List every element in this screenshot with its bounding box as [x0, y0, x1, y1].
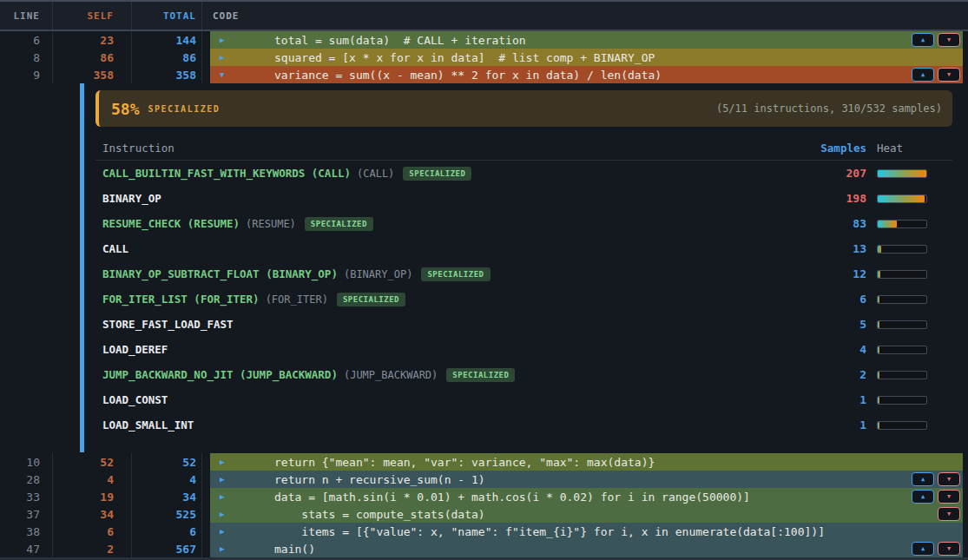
- expand-arrow-icon[interactable]: ▶: [220, 488, 224, 505]
- instruction-name-cell: BINARY_OP_SUBTRACT_FLOAT (BINARY_OP) (BI…: [95, 267, 771, 281]
- expanded-line-detail-section: 58% SPECIALIZED (5/11 instructions, 310/…: [0, 83, 968, 453]
- line-number: 37: [0, 505, 53, 523]
- jump-to-prev-button[interactable]: ▲: [912, 68, 934, 82]
- self-sample-count: 34: [53, 505, 132, 523]
- heat-bar-track: [877, 320, 927, 329]
- column-header-code: CODE: [202, 2, 968, 30]
- total-sample-count: 567: [132, 540, 202, 557]
- samples-column-header: Samples: [771, 142, 866, 155]
- code-heat-cell[interactable]: ▼ variance = sum((x - mean) ** 2 for x i…: [210, 66, 963, 83]
- expand-arrow-icon[interactable]: ▶: [220, 453, 224, 471]
- instruction-sample-count: 207: [771, 167, 866, 180]
- jump-to-next-button[interactable]: ▼: [938, 68, 960, 82]
- jump-to-next-button[interactable]: ▼: [938, 472, 960, 486]
- instruction-sample-count: 4: [771, 343, 866, 356]
- code-heat-cell[interactable]: ▶ main() ▲▼: [210, 540, 963, 557]
- code-heat-cell[interactable]: ▶ return {"mean": mean, "var": variance,…: [210, 453, 963, 471]
- instruction-sample-count: 1: [771, 393, 866, 406]
- instruction-sample-count: 5: [771, 318, 866, 331]
- instruction-name: JUMP_BACKWARD_NO_JIT (JUMP_BACKWARD): [102, 368, 338, 381]
- expand-arrow-icon[interactable]: ▶: [220, 523, 224, 540]
- total-sample-count: 525: [132, 505, 202, 523]
- heat-bar-fill: [878, 397, 879, 404]
- jump-to-prev-button[interactable]: ▲: [912, 33, 934, 47]
- line-number: 28: [0, 471, 53, 488]
- instruction-row: LOAD_CONST 1: [95, 387, 952, 412]
- line-number: 6: [0, 31, 53, 49]
- instruction-sample-count: 198: [771, 192, 866, 205]
- specialized-badge: SPECIALIZED: [421, 267, 490, 281]
- instruction-row: RESUME_CHECK (RESUME) (RESUME) SPECIALIZ…: [95, 211, 952, 236]
- jump-buttons: ▲▼: [912, 540, 960, 557]
- heat-bar-fill: [878, 271, 880, 278]
- total-sample-count: 144: [132, 31, 202, 49]
- heat-bar-cell: [877, 421, 952, 430]
- instruction-rows: CALL_BUILTIN_FAST_WITH_KEYWORDS (CALL) (…: [95, 161, 952, 438]
- instruction-name-cell: BINARY_OP: [95, 192, 771, 205]
- line-number: 10: [0, 453, 53, 471]
- instruction-row: STORE_FAST_LOAD_FAST 5: [95, 312, 952, 337]
- specialized-percent: 58%: [111, 100, 140, 118]
- heat-bar-cell: [877, 245, 952, 254]
- heat-bar-cell: [877, 396, 952, 405]
- self-sample-count: 358: [53, 66, 132, 83]
- instruction-name: LOAD_DEREF: [102, 343, 168, 356]
- expand-arrow-icon[interactable]: ▶: [220, 49, 224, 66]
- jump-to-next-button[interactable]: ▼: [938, 542, 960, 556]
- jump-buttons: ▲▼: [912, 471, 960, 488]
- instruction-name-cell: FOR_ITER_LIST (FOR_ITER) (FOR_ITER) SPEC…: [95, 293, 771, 306]
- instruction-name-cell: JUMP_BACKWARD_NO_JIT (JUMP_BACKWARD) (JU…: [95, 368, 771, 382]
- code-heat-cell[interactable]: ▶ squared = [x * x for x in data] # list…: [210, 49, 963, 66]
- total-sample-count: 6: [132, 523, 202, 540]
- heat-bar-fill: [878, 422, 879, 429]
- specialized-badge: SPECIALIZED: [305, 217, 373, 231]
- code-heat-cell[interactable]: ▶ total = sum(data) # CALL + iteration ▲…: [210, 31, 963, 49]
- collapse-arrow-icon[interactable]: ▼: [220, 66, 224, 83]
- code-heat-cell[interactable]: ▶ data = [math.sin(i * 0.01) + math.cos(…: [210, 488, 963, 505]
- heat-bar-track: [877, 346, 927, 354]
- line-number: 33: [0, 488, 53, 505]
- self-sample-count: 86: [53, 49, 132, 66]
- heat-bar-track: [877, 371, 927, 379]
- instruction-name: CALL: [102, 242, 128, 255]
- code-heat-cell[interactable]: ▶ items = [{"value": x, "name": f"item_{…: [210, 523, 963, 540]
- self-sample-count: 19: [53, 488, 132, 505]
- instruction-base-name: (FOR_ITER): [266, 293, 328, 306]
- code-line-row: 8 86 86 ▶ squared = [x * x for x in data…: [0, 49, 968, 66]
- instruction-name: RESUME_CHECK (RESUME): [102, 217, 240, 230]
- heat-bar-fill: [878, 170, 926, 177]
- instruction-row: LOAD_DEREF 4: [95, 337, 952, 362]
- expand-arrow-icon[interactable]: ▶: [220, 471, 224, 488]
- instruction-name-cell: STORE_FAST_LOAD_FAST: [95, 318, 771, 331]
- instruction-name: LOAD_CONST: [102, 393, 168, 406]
- expand-arrow-icon[interactable]: ▶: [220, 505, 224, 523]
- instruction-name: CALL_BUILTIN_FAST_WITH_KEYWORDS (CALL): [102, 167, 351, 180]
- heat-bar-track: [877, 220, 927, 228]
- jump-to-prev-button[interactable]: ▲: [912, 472, 934, 486]
- jump-to-next-button[interactable]: ▼: [938, 507, 960, 521]
- line-number: 8: [0, 49, 53, 66]
- self-sample-count: 4: [53, 471, 132, 488]
- instruction-column-header: Instruction: [95, 142, 771, 155]
- code-text: return {"mean": mean, "var": variance, "…: [274, 453, 655, 471]
- instruction-table-header: Instruction Samples Heat: [95, 135, 952, 161]
- jump-to-prev-button[interactable]: ▲: [912, 490, 934, 504]
- instruction-name: STORE_FAST_LOAD_FAST: [102, 318, 234, 331]
- instruction-sample-count: 13: [771, 242, 866, 255]
- self-sample-count: 6: [53, 523, 132, 540]
- code-text: items = [{"value": x, "name": f"item_{i}…: [274, 523, 825, 540]
- instruction-sample-count: 2: [771, 368, 866, 381]
- instruction-row: CALL 13: [95, 236, 952, 261]
- code-text: data = [math.sin(i * 0.01) + math.cos(i …: [274, 488, 750, 505]
- jump-to-next-button[interactable]: ▼: [938, 490, 960, 504]
- heat-bar-fill: [878, 246, 881, 253]
- specialized-badge: SPECIALIZED: [403, 167, 471, 181]
- expansion-connector-line: [80, 83, 84, 452]
- jump-to-prev-button[interactable]: ▲: [912, 542, 934, 556]
- jump-to-next-button[interactable]: ▼: [938, 33, 960, 47]
- expand-arrow-icon[interactable]: ▶: [220, 540, 224, 557]
- expand-arrow-icon[interactable]: ▶: [220, 31, 224, 49]
- code-heat-cell[interactable]: ▶ return n + recursive_sum(n - 1) ▲▼: [210, 471, 963, 488]
- instruction-row: BINARY_OP_SUBTRACT_FLOAT (BINARY_OP) (BI…: [95, 261, 952, 287]
- code-heat-cell[interactable]: ▶ stats = compute_stats(data) ▼: [210, 505, 963, 523]
